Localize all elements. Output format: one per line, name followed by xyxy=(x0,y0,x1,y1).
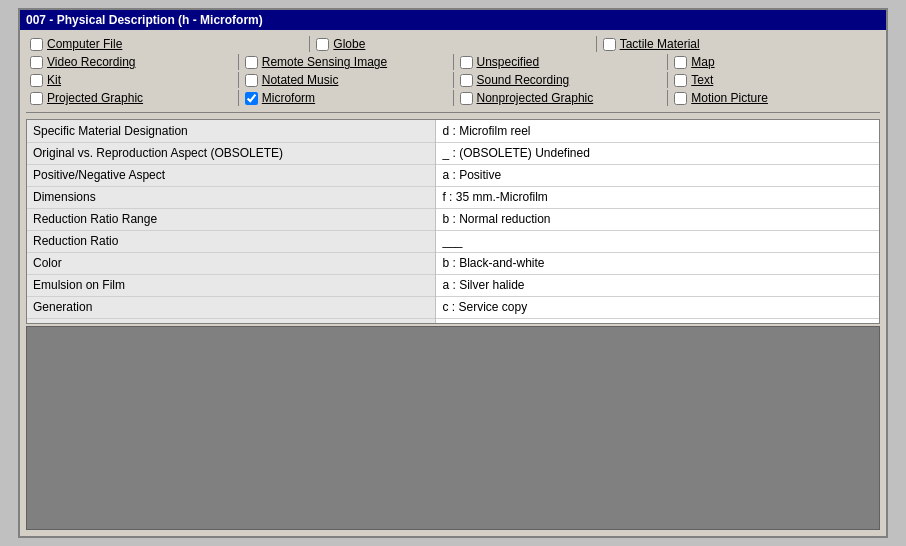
field-label: Positive/Negative Aspect xyxy=(27,164,436,186)
label-kit[interactable]: Kit xyxy=(47,73,61,87)
divider xyxy=(667,72,668,88)
cb-item-projected-graphic: Projected Graphic xyxy=(26,90,236,106)
field-value: a : Positive xyxy=(436,164,879,186)
content-area: Computer File Globe Tactile Material Vid… xyxy=(20,30,886,536)
field-label: Generation xyxy=(27,296,436,318)
label-tactile-material[interactable]: Tactile Material xyxy=(620,37,700,51)
table-row: Reduction Ratio Rangeb : Normal reductio… xyxy=(27,208,879,230)
checkbox-unspecified[interactable] xyxy=(460,56,473,69)
checkbox-tactile-material[interactable] xyxy=(603,38,616,51)
divider xyxy=(453,90,454,106)
divider xyxy=(596,36,597,52)
field-value: a : Silver halide xyxy=(436,274,879,296)
table-row: Specific Material Designationd : Microfi… xyxy=(27,120,879,142)
checkbox-map[interactable] xyxy=(674,56,687,69)
divider xyxy=(453,54,454,70)
field-value: f : 35 mm.-Microfilm xyxy=(436,186,879,208)
checkbox-video-recording[interactable] xyxy=(30,56,43,69)
checkbox-globe[interactable] xyxy=(316,38,329,51)
table-row: Colorb : Black-and-white xyxy=(27,252,879,274)
label-motion-picture[interactable]: Motion Picture xyxy=(691,91,768,105)
checkbox-row-1: Computer File Globe Tactile Material xyxy=(26,36,880,52)
cb-item-nonprojected-graphic: Nonprojected Graphic xyxy=(456,90,666,106)
label-computer-file[interactable]: Computer File xyxy=(47,37,122,51)
label-video-recording[interactable]: Video Recording xyxy=(47,55,136,69)
label-sound-recording[interactable]: Sound Recording xyxy=(477,73,570,87)
window-title: 007 - Physical Description (h - Microfor… xyxy=(26,13,263,27)
main-window: 007 - Physical Description (h - Microfor… xyxy=(18,8,888,538)
checkbox-row-2: Video Recording Remote Sensing Image Uns… xyxy=(26,54,880,70)
checkbox-projected-graphic[interactable] xyxy=(30,92,43,105)
table-row: Emulsion on Filma : Silver halide xyxy=(27,274,879,296)
cb-item-map: Map xyxy=(670,54,880,70)
cb-item-video-recording: Video Recording xyxy=(26,54,236,70)
field-label: Specific Material Designation xyxy=(27,120,436,142)
checkbox-motion-picture[interactable] xyxy=(674,92,687,105)
table-row: Generationc : Service copy xyxy=(27,296,879,318)
checkbox-computer-file[interactable] xyxy=(30,38,43,51)
cb-item-motion-picture: Motion Picture xyxy=(670,90,880,106)
label-remote-sensing-image[interactable]: Remote Sensing Image xyxy=(262,55,387,69)
field-value: b : Black-and-white xyxy=(436,252,879,274)
separator xyxy=(26,112,880,113)
divider xyxy=(667,90,668,106)
cb-item-computer-file: Computer File xyxy=(26,36,307,52)
checkbox-microform[interactable] xyxy=(245,92,258,105)
title-bar: 007 - Physical Description (h - Microfor… xyxy=(20,10,886,30)
label-globe[interactable]: Globe xyxy=(333,37,365,51)
divider xyxy=(238,54,239,70)
label-nonprojected-graphic[interactable]: Nonprojected Graphic xyxy=(477,91,594,105)
field-label: Reduction Ratio xyxy=(27,230,436,252)
cb-item-unspecified: Unspecified xyxy=(456,54,666,70)
label-map[interactable]: Map xyxy=(691,55,714,69)
cb-item-tactile-material: Tactile Material xyxy=(599,36,880,52)
table-row: Reduction Ratio___ xyxy=(27,230,879,252)
cb-item-sound-recording: Sound Recording xyxy=(456,72,666,88)
fields-table: Specific Material Designationd : Microfi… xyxy=(27,120,879,324)
label-projected-graphic[interactable]: Projected Graphic xyxy=(47,91,143,105)
checkbox-grid: Computer File Globe Tactile Material Vid… xyxy=(26,36,880,106)
field-label: Color xyxy=(27,252,436,274)
field-value: _ : (OBSOLETE) Undefined xyxy=(436,142,879,164)
field-label: Base of Film xyxy=(27,318,436,324)
checkbox-row-4: Projected Graphic Microform Nonprojected… xyxy=(26,90,880,106)
field-label: Dimensions xyxy=(27,186,436,208)
checkbox-kit[interactable] xyxy=(30,74,43,87)
checkbox-text[interactable] xyxy=(674,74,687,87)
table-row: Positive/Negative Aspecta : Positive xyxy=(27,164,879,186)
table-row: Dimensionsf : 35 mm.-Microfilm xyxy=(27,186,879,208)
field-value: p : Safety base, polyester xyxy=(436,318,879,324)
checkbox-row-3: Kit Notated Music Sound Recording Text xyxy=(26,72,880,88)
label-unspecified[interactable]: Unspecified xyxy=(477,55,540,69)
label-microform[interactable]: Microform xyxy=(262,91,315,105)
cb-item-remote-sensing-image: Remote Sensing Image xyxy=(241,54,451,70)
divider xyxy=(667,54,668,70)
divider xyxy=(309,36,310,52)
label-notated-music[interactable]: Notated Music xyxy=(262,73,339,87)
label-text[interactable]: Text xyxy=(691,73,713,87)
checkbox-notated-music[interactable] xyxy=(245,74,258,87)
field-value: c : Service copy xyxy=(436,296,879,318)
checkbox-nonprojected-graphic[interactable] xyxy=(460,92,473,105)
cb-item-microform: Microform xyxy=(241,90,451,106)
data-table: Specific Material Designationd : Microfi… xyxy=(26,119,880,324)
field-value: ___ xyxy=(436,230,879,252)
cb-item-globe: Globe xyxy=(312,36,593,52)
field-label: Reduction Ratio Range xyxy=(27,208,436,230)
divider xyxy=(453,72,454,88)
field-value: b : Normal reduction xyxy=(436,208,879,230)
cb-item-text: Text xyxy=(670,72,880,88)
field-label: Original vs. Reproduction Aspect (OBSOLE… xyxy=(27,142,436,164)
empty-area xyxy=(26,326,880,531)
field-label: Emulsion on Film xyxy=(27,274,436,296)
table-row: Original vs. Reproduction Aspect (OBSOLE… xyxy=(27,142,879,164)
field-value: d : Microfilm reel xyxy=(436,120,879,142)
divider xyxy=(238,72,239,88)
cb-item-notated-music: Notated Music xyxy=(241,72,451,88)
table-row: Base of Filmp : Safety base, polyester xyxy=(27,318,879,324)
checkbox-remote-sensing-image[interactable] xyxy=(245,56,258,69)
checkbox-sound-recording[interactable] xyxy=(460,74,473,87)
divider xyxy=(238,90,239,106)
cb-item-kit: Kit xyxy=(26,72,236,88)
